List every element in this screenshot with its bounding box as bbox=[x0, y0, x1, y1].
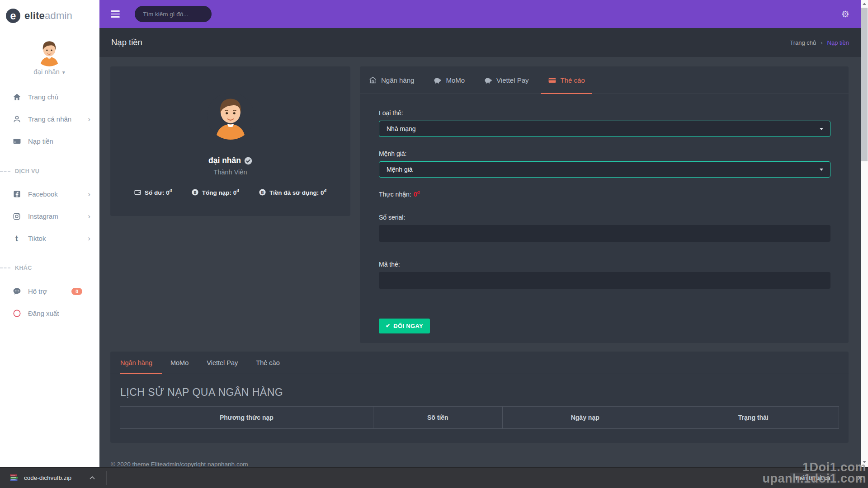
hamburger-menu-icon[interactable] bbox=[111, 10, 120, 18]
tab-label: Viettel Pay bbox=[496, 76, 528, 84]
download-filename: code-dichvufb.zip bbox=[24, 474, 71, 481]
coin-icon: B bbox=[191, 188, 199, 196]
submit-button[interactable]: ✔ ĐỔI NGAY bbox=[379, 319, 430, 333]
brand-logo-icon: e bbox=[6, 9, 20, 23]
stat-label: Tổng nạp: bbox=[202, 189, 231, 196]
sidebar-item-support[interactable]: Hỗ trợ 0 bbox=[0, 280, 99, 302]
history-tab-bank[interactable]: Ngân hàng bbox=[120, 352, 152, 374]
column-header-amount: Số tiền bbox=[373, 407, 502, 429]
sidebar-item-label: Trang chủ bbox=[28, 93, 58, 101]
scroll-down-arrow-icon[interactable] bbox=[861, 458, 868, 465]
close-icon[interactable]: ✕ bbox=[857, 474, 863, 482]
profile-role: Thành Viên bbox=[110, 169, 350, 176]
history-tabs: Ngân hàng MoMo Viettel Pay Thẻ cào bbox=[110, 352, 849, 374]
history-tab-scratch-card[interactable]: Thẻ cào bbox=[256, 352, 279, 374]
page-title: Nạp tiền bbox=[111, 38, 142, 47]
stat-label: Số dư: bbox=[145, 189, 165, 196]
tab-bank[interactable]: Ngân hàng bbox=[368, 66, 414, 94]
card-code-label: Mã thẻ: bbox=[379, 261, 830, 268]
sidebar-item-instagram[interactable]: Instagram › bbox=[0, 205, 99, 227]
brand-name-bold: elite bbox=[24, 10, 45, 21]
stat-used: B Tiền đã sử dụng: 0đ bbox=[258, 188, 327, 196]
receive-currency: đ bbox=[417, 190, 420, 195]
scrollbar-thumb[interactable] bbox=[861, 8, 868, 161]
card-type-label: Loại thẻ: bbox=[379, 109, 830, 117]
stat-currency: đ bbox=[324, 188, 327, 193]
search-box bbox=[135, 6, 212, 22]
card-type-select[interactable]: Nhà mạng bbox=[379, 121, 830, 137]
denomination-select[interactable]: Mệnh giá bbox=[379, 161, 830, 178]
sidebar-item-logout[interactable]: Đăng xuất bbox=[0, 302, 99, 324]
sidebar-item-facebook[interactable]: Facebook › bbox=[0, 183, 99, 205]
tab-label: MoMo bbox=[170, 359, 189, 366]
chevron-right-icon: › bbox=[88, 115, 90, 123]
column-header-status: Trạng thái bbox=[668, 407, 839, 429]
sidebar-item-topup[interactable]: Nạp tiền bbox=[0, 130, 99, 152]
receive-label: Thực nhận: bbox=[379, 191, 411, 198]
card-code-input[interactable] bbox=[379, 272, 830, 289]
history-table: Phương thức nạp Số tiền Ngày nạp Trạng t… bbox=[120, 406, 839, 429]
credit-card-icon bbox=[12, 137, 21, 146]
sidebar-item-tiktok[interactable]: t Tiktok › bbox=[0, 227, 99, 249]
topup-tabs: Ngân hàng MoMo Viettel Pay Thẻ cào bbox=[360, 66, 849, 94]
tab-label: Thẻ cào bbox=[561, 76, 585, 84]
stat-total-topup: B Tổng nạp: 0đ bbox=[191, 188, 239, 196]
breadcrumb-separator-icon: › bbox=[821, 39, 822, 46]
brand-logo[interactable]: e eliteadmin bbox=[0, 0, 99, 23]
stat-label: Tiền đã sử dụng: bbox=[269, 189, 319, 196]
brand-name-light: admin bbox=[45, 10, 72, 21]
sidebar-item-label: Tiktok bbox=[28, 235, 46, 242]
bank-icon bbox=[368, 76, 377, 84]
sidebar-section-label: KHÁC bbox=[15, 265, 32, 271]
download-shelf: code-dichvufb.zip Hiển thị tất cả ✕ bbox=[0, 467, 868, 488]
facebook-icon bbox=[12, 190, 21, 199]
chevron-right-icon: › bbox=[88, 212, 90, 220]
wallet-icon bbox=[134, 188, 142, 196]
breadcrumb-home-link[interactable]: Trang chủ bbox=[790, 39, 816, 46]
sidebar-user-name: đại nhân bbox=[33, 68, 60, 75]
chat-icon bbox=[12, 287, 21, 296]
chevron-down-icon bbox=[820, 128, 823, 130]
denomination-label: Mệnh giá: bbox=[379, 150, 830, 157]
sidebar-user-dropdown[interactable]: đại nhân▼ bbox=[0, 68, 99, 75]
stat-currency: đ bbox=[236, 188, 239, 193]
sidebar-item-home[interactable]: Trang chủ bbox=[0, 86, 99, 108]
tab-label: Viettel Pay bbox=[207, 359, 238, 366]
chevron-up-icon[interactable] bbox=[90, 476, 95, 479]
scroll-up-arrow-icon[interactable] bbox=[861, 0, 868, 7]
downloaded-file[interactable]: code-dichvufb.zip bbox=[9, 474, 95, 482]
brand-name: eliteadmin bbox=[24, 10, 72, 22]
piggy-bank-icon bbox=[433, 76, 442, 84]
sidebar-menu: Trang chủ Trang cá nhân › Nạp tiền DỊCH … bbox=[0, 86, 99, 324]
card-type-selected-value: Nhà mạng bbox=[387, 125, 416, 132]
stat-currency: đ bbox=[170, 188, 172, 193]
footer-copyright: © 2020 theme Eliteadmin/copyright napnha… bbox=[111, 461, 248, 468]
history-tab-viettel-pay[interactable]: Viettel Pay bbox=[207, 352, 238, 374]
chevron-down-icon: ▼ bbox=[61, 70, 66, 75]
gear-icon[interactable]: ⚙ bbox=[841, 9, 849, 19]
sidebar-item-profile[interactable]: Trang cá nhân › bbox=[0, 108, 99, 130]
serial-input[interactable] bbox=[379, 225, 830, 242]
profile-name: đại nhân bbox=[208, 156, 241, 165]
avatar bbox=[35, 38, 64, 66]
sidebar: e eliteadmin đại nhân▼ Trang chủ bbox=[0, 0, 99, 488]
home-icon bbox=[12, 93, 21, 102]
profile-card: đại nhân Thành Viên Số dư: 0đ B Tổng nạp… bbox=[110, 66, 350, 216]
vertical-scrollbar[interactable] bbox=[861, 0, 868, 467]
tab-label: Ngân hàng bbox=[381, 76, 414, 84]
tab-viettel-pay[interactable]: Viettel Pay bbox=[484, 66, 528, 94]
scratch-card-icon bbox=[548, 76, 557, 84]
show-all-downloads-button[interactable]: Hiển thị tất cả bbox=[790, 473, 836, 483]
submit-button-label: ĐỔI NGAY bbox=[393, 323, 423, 329]
history-tab-momo[interactable]: MoMo bbox=[170, 352, 189, 374]
tab-scratch-card[interactable]: Thẻ cào bbox=[548, 66, 585, 94]
tab-momo[interactable]: MoMo bbox=[433, 66, 465, 94]
sidebar-section-other: KHÁC bbox=[0, 265, 99, 271]
verified-badge-icon bbox=[244, 157, 252, 165]
denomination-selected-value: Mệnh giá bbox=[387, 166, 413, 173]
tiktok-icon: t bbox=[12, 234, 21, 243]
chevron-right-icon: › bbox=[88, 235, 90, 242]
stat-value: 0 bbox=[166, 189, 170, 196]
receive-amount-row: Thực nhận:0đ bbox=[379, 190, 830, 198]
search-input[interactable] bbox=[143, 11, 203, 18]
